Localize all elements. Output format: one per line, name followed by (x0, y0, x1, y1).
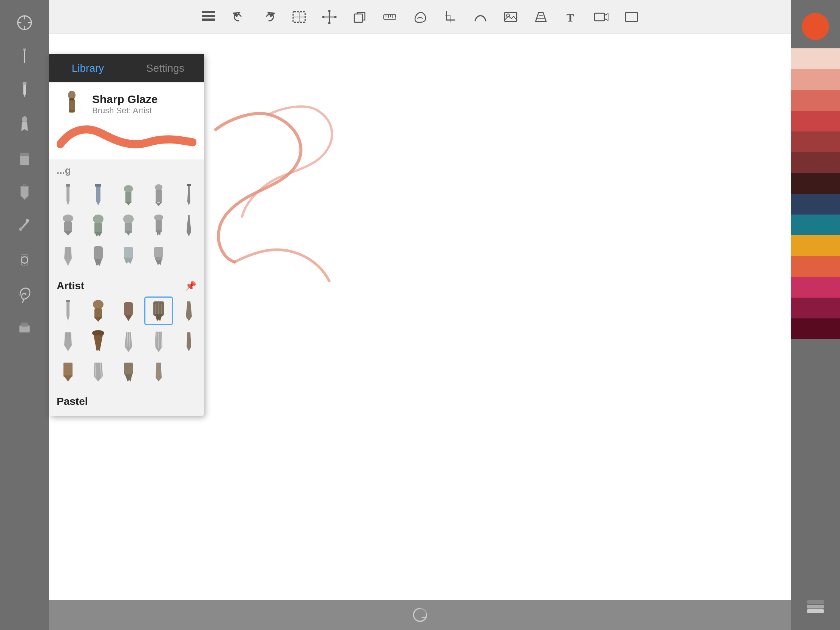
color-swatch-0[interactable] (791, 48, 840, 69)
right-sidebar (791, 0, 840, 630)
svg-rect-51 (125, 192, 131, 203)
brush-cell[interactable] (84, 412, 112, 416)
video-button[interactable] (592, 7, 611, 27)
svg-point-55 (63, 215, 73, 222)
color-swatch-12[interactable] (791, 298, 840, 318)
pencil-tool[interactable] (9, 76, 39, 106)
brush-cell[interactable] (54, 297, 82, 325)
brush-cell[interactable] (114, 242, 143, 270)
svg-rect-2 (202, 19, 215, 21)
svg-rect-31 (24, 49, 26, 51)
brush-cell-selected[interactable] (144, 297, 173, 325)
curve-button[interactable] (471, 7, 490, 27)
brush-cell[interactable] (54, 211, 82, 240)
color-swatch-11[interactable] (791, 277, 840, 298)
color-swatch-1[interactable] (791, 69, 840, 90)
gallery-button[interactable] (199, 7, 218, 27)
brush-cell[interactable] (54, 327, 82, 355)
ruler-button[interactable] (380, 7, 399, 27)
brush-cell[interactable] (144, 211, 173, 240)
brush-cell[interactable] (84, 242, 112, 270)
brush-cell[interactable] (84, 297, 112, 325)
color-swatch-13[interactable] (791, 318, 840, 339)
liquify-button[interactable] (410, 7, 430, 27)
crop-button[interactable] (441, 7, 460, 27)
brush-cell[interactable] (114, 211, 143, 240)
fullscreen-button[interactable] (622, 7, 641, 27)
color-swatch-3[interactable] (791, 111, 840, 131)
svg-rect-49 (95, 184, 101, 186)
selection-button[interactable] (289, 7, 309, 27)
image-button[interactable] (501, 7, 521, 27)
brush-tool[interactable] (9, 41, 39, 72)
svg-point-70 (93, 300, 104, 309)
svg-rect-25 (625, 13, 638, 22)
tab-settings[interactable]: Settings (126, 54, 204, 82)
color-swatch-9[interactable] (791, 235, 840, 256)
smudge-tool[interactable] (9, 109, 39, 140)
color-swatch-5[interactable] (791, 152, 840, 173)
panel-tabs: Library Settings (49, 54, 204, 82)
brush-cell[interactable] (114, 181, 143, 210)
brush-cell[interactable] (84, 327, 112, 355)
color-swatch-6[interactable] (791, 173, 840, 194)
svg-point-36 (19, 228, 22, 231)
brush-cell[interactable] (84, 181, 112, 210)
brush-cell[interactable] (175, 327, 203, 355)
color-swatch-2[interactable] (791, 90, 840, 111)
bottom-bar (49, 600, 791, 630)
brush-cell[interactable] (175, 211, 203, 240)
svg-rect-66 (124, 247, 133, 258)
brush-cell[interactable] (54, 412, 82, 416)
brush-cell[interactable] (144, 242, 173, 270)
toolbar: T (49, 0, 791, 34)
color-swatch-8[interactable] (791, 215, 840, 235)
artist-label: Artist (57, 280, 84, 292)
brush-cell[interactable] (54, 242, 82, 270)
text-button[interactable]: T (561, 7, 581, 27)
undo-button[interactable] (229, 7, 248, 27)
brush-cell[interactable] (84, 211, 112, 240)
brush-cell[interactable] (54, 357, 82, 385)
extra-tool[interactable] (9, 314, 39, 344)
svg-rect-34 (20, 155, 29, 165)
inking-brush-grid (49, 180, 204, 275)
perspective-button[interactable] (531, 7, 551, 27)
brush-cell[interactable] (114, 357, 143, 385)
svg-rect-67 (154, 247, 163, 257)
brush-cell[interactable] (144, 357, 173, 385)
sync-button[interactable] (407, 602, 433, 628)
move-tool[interactable] (9, 245, 39, 276)
brush-cell[interactable] (144, 327, 173, 355)
svg-rect-65 (94, 246, 103, 260)
brush-cell[interactable] (84, 357, 112, 385)
color-swatch-4[interactable] (791, 131, 840, 152)
brush-cell[interactable] (54, 181, 82, 210)
brush-panel: Library Settings Sharp Glaze Brush Set: … (49, 54, 204, 416)
copy-button[interactable] (350, 7, 369, 27)
brush-cell[interactable] (175, 297, 203, 325)
current-color[interactable] (791, 8, 840, 45)
brush-preview-icon (58, 91, 85, 118)
adjust-tool[interactable] (9, 8, 39, 38)
color-swatch-10[interactable] (791, 256, 840, 277)
transform-button[interactable] (319, 7, 339, 27)
color-swatch-7[interactable] (791, 194, 840, 215)
brush-cell[interactable] (114, 412, 143, 416)
layers-button[interactable] (791, 592, 840, 622)
redo-button[interactable] (259, 7, 279, 27)
svg-rect-42 (807, 609, 824, 613)
svg-rect-0 (202, 11, 215, 13)
eraser-tool[interactable] (9, 144, 39, 174)
fill-tool[interactable] (9, 177, 39, 208)
selection-lasso-tool[interactable] (9, 279, 39, 310)
brush-cell[interactable] (114, 297, 143, 325)
brush-cell[interactable] (114, 327, 143, 355)
brush-cell[interactable] (144, 181, 173, 210)
tab-library[interactable]: Library (49, 54, 126, 82)
svg-point-33 (22, 116, 27, 123)
artist-pin-icon[interactable]: 📌 (185, 281, 196, 291)
brush-cell[interactable] (175, 181, 203, 210)
eyedropper-tool[interactable] (9, 212, 39, 242)
pastel-section-header: Pastel (49, 390, 204, 411)
